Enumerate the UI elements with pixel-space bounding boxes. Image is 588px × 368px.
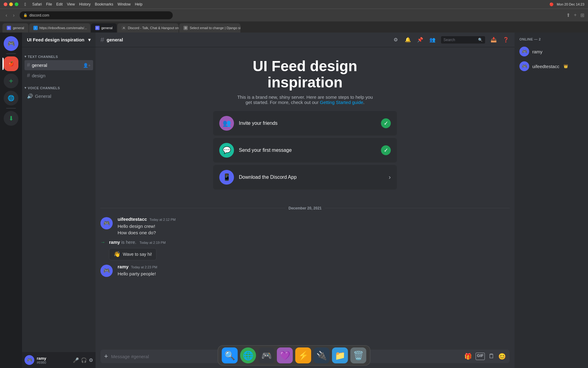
menu-help[interactable]: Help [135,2,142,6]
server-indicator [2,58,4,70]
fullscreen-button[interactable] [15,2,18,6]
help-icon[interactable]: ❓ [502,36,510,44]
macos-left:  Safari File Edit View History Bookmark… [4,2,142,7]
menu-safari[interactable]: Safari [32,2,42,6]
apple-icon[interactable]:  [24,2,26,7]
member-name-uifeed: uifeedtestacc [532,64,559,69]
close-button[interactable] [4,2,7,6]
wave-emoji: 👋 [114,251,120,258]
arrow-right-icon: → [100,240,105,245]
message-username-ramy: ramy [118,264,129,269]
avatar-ramy: 🎮 [100,265,113,277]
pin-icon[interactable]: 📌 [417,36,424,44]
menu-history[interactable]: History [79,2,90,6]
new-tab-icon[interactable]: + [574,12,577,18]
back-button[interactable]: ‹ [4,13,9,18]
inbox-icon[interactable]: 📥 [490,36,497,44]
wave-button[interactable]: 👋 Wave to say hi! [109,248,156,260]
dock-finder[interactable]: 🔍 [222,347,238,363]
tab-discord-app[interactable]: A Discord - Talk, Chat & Hangout on... [117,23,179,33]
message-content-uifeed: uifeedtestacc Today at 2:12 PM Hello des… [118,217,510,236]
channel-item-voice-general[interactable]: 🔊 General [24,91,93,101]
getting-started-link[interactable]: Getting Started guide [320,100,363,105]
dock-yellow[interactable]: ⚡ [295,347,311,363]
share-icon[interactable]: ⬆ [566,12,570,18]
channel-header-name: general [107,37,123,42]
dock-trash[interactable]: 🗑️ [350,347,366,363]
text-channels-header[interactable]: ▾ Text Channels [22,50,96,60]
tab-general-active[interactable]: D general [91,23,117,33]
channel-item-design[interactable]: # design [24,71,93,81]
traffic-lights [4,2,18,6]
message-header-ramy: ramy Today at 2:23 PM [118,264,510,269]
search-box[interactable]: Search 🔍 [441,36,485,44]
tab-django[interactable]: D Select email to change | Django site a… [179,23,240,33]
member-item-uifeed[interactable]: 🎮 uifeedtestacc 👑 [517,59,586,73]
macos-right: 🔴 Mon 20 Dec 14:23 [549,2,584,6]
dock: 🔍 🌐 🎮 💜 ⚡ 🔌 📁 🗑️ [218,345,370,366]
channel-header: # general ⚙ 🔔 📌 👥 Search 🔍 📥 ❓ [96,33,514,47]
dock-files[interactable]: 📁 [332,347,348,363]
member-name-ramy: ramy [532,49,542,54]
tab-general-1[interactable]: D general [2,23,28,33]
checklist-download[interactable]: 📱 Download the Discord App › [213,165,397,190]
collapse-icon: ▾ [24,55,27,59]
checklist-message[interactable]: 💬 Send your first message ✓ [213,138,397,163]
download-label: Download the Discord App [239,174,384,180]
add-server-button[interactable]: + [4,74,18,88]
menu-edit[interactable]: Edit [56,2,63,6]
message-header-uifeed: uifeedtestacc Today at 2:12 PM [118,217,510,222]
members-sidebar: ONLINE — 2 🎮 ramy 🎮 uifeedtestacc 👑 [514,33,588,368]
tab-inboxflows[interactable]: i https://inboxflows.com/emails/... [29,23,90,33]
server-icon-uifeed[interactable]: 🍎 [4,56,18,71]
add-member-icon[interactable]: 👤+ [83,63,91,68]
checklist-invite[interactable]: 👥 Invite your friends ✓ [213,111,397,136]
search-icon: 🔍 [478,38,483,42]
minimize-button[interactable] [9,2,13,6]
gift-icon[interactable]: 🎁 [464,353,472,360]
forward-button[interactable]: › [11,13,17,18]
system-message-ramy: → ramy is here. Today at 2:19 PM [96,238,514,246]
server-header[interactable]: UI Feed design inspiration ▾ [22,33,96,47]
dock-chrome[interactable]: 🌐 [240,347,256,363]
dock-discord[interactable]: 🎮 [258,347,274,363]
notification-bell-icon[interactable]: 🔔 [404,36,412,44]
system-action: is here. [121,240,136,245]
battery-icon: 🔴 [549,2,554,6]
member-item-ramy[interactable]: 🎮 ramy [517,45,586,58]
add-attachment-icon[interactable]: + [104,352,108,360]
members-icon[interactable]: 👥 [429,36,436,44]
explore-servers-button[interactable]: 🌐 [4,91,18,105]
deafen-icon[interactable]: 🎧 [81,357,87,363]
voice-channels-header[interactable]: ▾ Voice Channels [22,81,96,91]
chevron-down-icon: ▾ [88,37,91,43]
channel-item-general[interactable]: # general 👤+ [24,60,93,70]
url-bar[interactable]: 🔒 discord.com [20,11,173,19]
mute-icon[interactable]: 🎤 [73,357,79,363]
settings-icon[interactable]: ⚙ [89,357,93,363]
text-channels-label: Text Channels [28,55,58,59]
menu-bookmarks[interactable]: Bookmarks [95,2,113,6]
server-divider [6,53,16,54]
hash-settings-icon[interactable]: ⚙ [392,36,399,44]
messages-area: UI Feed designinspiration This is a bran… [96,47,514,350]
dock-dark[interactable]: 🔌 [314,347,330,363]
lock-icon: 🔒 [23,13,28,17]
message-label: Send your first message [239,148,376,153]
wave-label: Wave to say hi! [123,252,152,257]
emoji-icon[interactable]: 😊 [498,353,506,360]
tab-label-inboxflows: https://inboxflows.com/emails/... [40,26,87,30]
dock-purple[interactable]: 💜 [277,347,293,363]
menu-view[interactable]: View [67,2,75,6]
system-timestamp: Today at 2:19 PM [139,241,166,244]
discord-home-button[interactable]: 🎮 [4,36,18,51]
menu-file[interactable]: File [46,2,52,6]
message-content-ramy: ramy Today at 2:23 PM Hello party people… [118,264,510,277]
tabs-icon[interactable]: ⊞ [580,12,584,18]
gif-icon[interactable]: GIF [476,353,485,360]
sticker-icon[interactable]: 🗒 [488,353,495,360]
system-message-content: ramy is here. Today at 2:19 PM [109,240,166,245]
menu-window[interactable]: Window [118,2,131,6]
download-apps-button[interactable]: ⬇ [4,111,18,126]
speaker-icon: 🔊 [27,93,33,99]
